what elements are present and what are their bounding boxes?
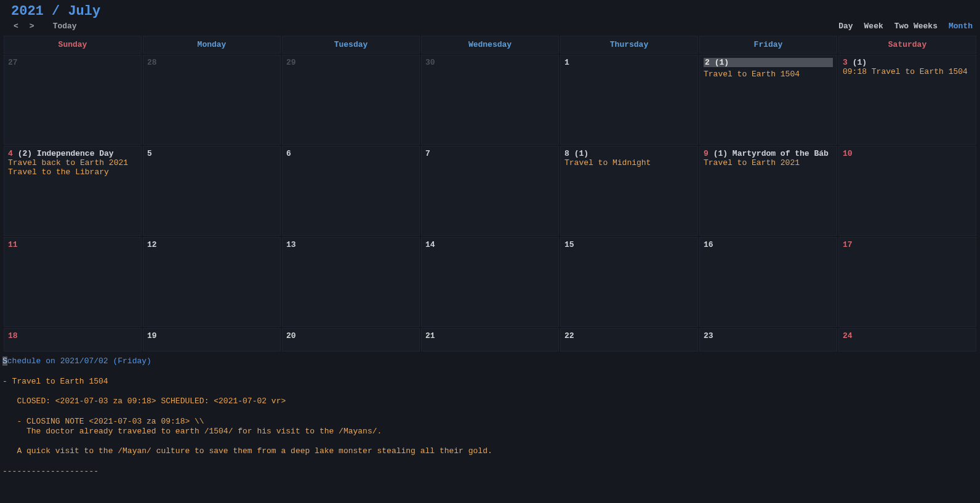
prev-button[interactable]: <: [14, 22, 18, 31]
next-button[interactable]: >: [30, 22, 34, 31]
weekday-header: Wednesday: [421, 36, 559, 54]
day-number: 24: [843, 331, 853, 340]
detail-title: Schedule on 2021/07/02 (Friday): [2, 356, 978, 366]
day-number: 9: [704, 149, 709, 158]
calendar-cell[interactable]: 13: [282, 237, 420, 327]
calendar-cell[interactable]: 24: [838, 328, 976, 352]
view-day[interactable]: Day: [838, 22, 853, 31]
calendar-event[interactable]: Travel to Midnight: [564, 158, 694, 167]
detail-line: - CLOSING NOTE <2021-07-03 za 09:18> \\: [2, 417, 978, 427]
calendar-cell[interactable]: 28: [143, 55, 281, 145]
detail-line: [2, 406, 978, 416]
view-month[interactable]: Month: [949, 22, 973, 31]
detail-line: [2, 366, 978, 376]
calendar-cell[interactable]: 2 (1)Travel to Earth 1504: [699, 55, 837, 145]
day-number: 27: [8, 58, 18, 67]
holiday-name: Martyrdom of the Báb: [733, 149, 829, 158]
calendar-cell[interactable]: 17: [838, 237, 976, 327]
detail-pane: Schedule on 2021/07/02 (Friday) - Travel…: [0, 353, 980, 479]
detail-line: A quick visit to the /Mayan/ culture to …: [2, 446, 978, 456]
calendar-cell[interactable]: 14: [421, 237, 559, 327]
calendar-cell[interactable]: 15: [560, 237, 698, 327]
calendar-grid: SundayMondayTuesdayWednesdayThursdayFrid…: [2, 34, 978, 353]
weekday-header: Tuesday: [282, 36, 420, 54]
detail-line: --------------------: [2, 467, 978, 477]
day-number: 28: [147, 58, 157, 67]
day-header: 22: [564, 331, 694, 340]
view-week[interactable]: Week: [864, 22, 883, 31]
calendar-cell[interactable]: 1: [560, 55, 698, 145]
calendar-cell[interactable]: 9 (1) Martyrdom of the BábTravel to Eart…: [699, 146, 837, 236]
day-number: 14: [425, 240, 435, 249]
calendar-cell[interactable]: 21: [421, 328, 559, 352]
calendar-cell[interactable]: 19: [143, 328, 281, 352]
calendar-cell[interactable]: 6: [282, 146, 420, 236]
day-header: 18: [8, 331, 137, 340]
event-count: (1): [713, 149, 728, 158]
detail-line: CLOSED: <2021-07-03 za 09:18> SCHEDULED:…: [2, 396, 978, 406]
day-header: 8 (1): [564, 149, 694, 158]
calendar-cell[interactable]: 12: [143, 237, 281, 327]
calendar-cell[interactable]: 29: [282, 55, 420, 145]
calendar-cell[interactable]: 4 (2) Independence DayTravel back to Ear…: [4, 146, 142, 236]
calendar-cell[interactable]: 20: [282, 328, 420, 352]
nav-row: < > Today Day Week Two Weeks Month: [0, 20, 980, 34]
day-number: 3: [843, 58, 848, 67]
day-header: 27: [8, 58, 137, 67]
day-header: 16: [704, 240, 833, 249]
detail-line: [2, 457, 978, 467]
calendar-cell[interactable]: 23: [699, 328, 837, 352]
day-header: 28: [147, 58, 276, 67]
day-number: 10: [843, 149, 853, 158]
day-header: 12: [147, 240, 276, 249]
calendar-cell[interactable]: 7: [421, 146, 559, 236]
weekday-header: Friday: [699, 36, 837, 54]
day-header: 1: [564, 58, 694, 67]
day-number: 6: [286, 149, 291, 158]
day-header: 9 (1) Martyrdom of the Báb: [704, 149, 833, 158]
detail-title-hl: S: [2, 356, 7, 366]
calendar-cell[interactable]: 11: [4, 237, 142, 327]
calendar-event[interactable]: Travel to Earth 2021: [704, 158, 833, 167]
event-count: (1): [574, 149, 588, 158]
calendar-event[interactable]: Travel to the Library: [8, 167, 137, 177]
calendar-cell[interactable]: 18: [4, 328, 142, 352]
calendar-cell[interactable]: 3 (1)09:18 Travel to Earth 1504: [838, 55, 976, 145]
day-header: 2 (1): [704, 58, 833, 67]
day-header: 29: [286, 58, 416, 67]
calendar-cell[interactable]: 8 (1)Travel to Midnight: [560, 146, 698, 236]
day-number: 20: [286, 331, 296, 340]
day-number: 23: [704, 331, 713, 340]
day-header: 4 (2) Independence Day: [8, 149, 137, 158]
day-number: 18: [8, 331, 18, 340]
day-header: 20: [286, 331, 416, 340]
calendar-cell[interactable]: 16: [699, 237, 837, 327]
event-count: (2): [18, 149, 32, 158]
day-number: 22: [564, 331, 574, 340]
calendar-cell[interactable]: 22: [560, 328, 698, 352]
calendar-cell[interactable]: 5: [143, 146, 281, 236]
calendar-event[interactable]: 09:18 Travel to Earth 1504: [843, 67, 972, 76]
detail-title-rest: chedule on 2021/07/02 (Friday): [7, 356, 151, 366]
day-header: 10: [843, 149, 972, 158]
calendar-cell[interactable]: 10: [838, 146, 976, 236]
weekday-header: Monday: [143, 36, 281, 54]
today-button[interactable]: Today: [53, 22, 77, 31]
view-switcher: Day Week Two Weeks Month: [838, 22, 973, 31]
day-number: 13: [286, 240, 296, 249]
day-header: 6: [286, 149, 416, 158]
calendar-event[interactable]: Travel back to Earth 2021: [8, 158, 137, 167]
view-twoweeks[interactable]: Two Weeks: [894, 22, 938, 31]
day-number: 7: [425, 149, 430, 158]
day-header: 7: [425, 149, 555, 158]
calendar-event[interactable]: Travel to Earth 1504: [704, 70, 833, 79]
weekday-header-row: SundayMondayTuesdayWednesdayThursdayFrid…: [4, 36, 976, 54]
day-number: 19: [147, 331, 157, 340]
day-header: 5: [147, 149, 276, 158]
day-number: 1: [564, 58, 569, 67]
calendar-week-row: 4 (2) Independence DayTravel back to Ear…: [4, 146, 976, 236]
calendar-cell[interactable]: 30: [421, 55, 559, 145]
day-number: 4: [8, 149, 13, 158]
calendar-cell[interactable]: 27: [4, 55, 142, 145]
day-header: 15: [564, 240, 694, 249]
